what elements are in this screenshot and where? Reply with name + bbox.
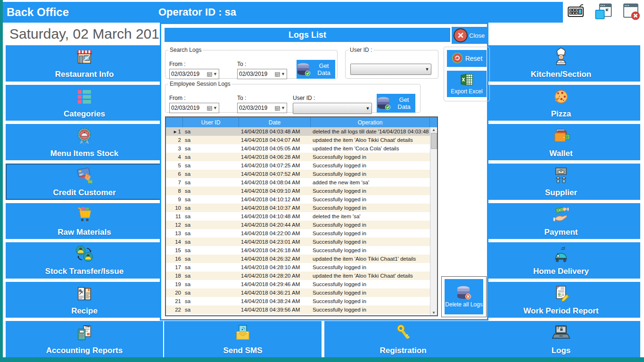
sidebar-item-credit-customer[interactable]: Credit Customer <box>6 164 163 200</box>
table-cell: 14/04/2018 04:4 <box>239 314 311 315</box>
search-from-date-input[interactable]: 02/03/2019 ▼ <box>169 69 219 79</box>
table-cell: 6 <box>166 170 183 178</box>
table-row[interactable]: 22sa14/04/2018 04:39:56 AMSuccessfully l… <box>166 305 430 314</box>
table-row[interactable]: 23sa14/04/2018 04:4Successfully logged i… <box>166 314 430 315</box>
bottom-item-registration[interactable]: Registration <box>324 321 482 357</box>
sidebar-item-pizza[interactable]: Pizza <box>482 85 640 121</box>
sidebar-item-kitchen-section[interactable]: Kitchen/Section <box>482 45 640 82</box>
sidebar-item-raw-materials[interactable]: Raw Materials <box>6 203 163 239</box>
table-row[interactable]: 12sa14/04/2018 04:20:44 AMSuccessfully l… <box>166 221 430 229</box>
sidebar-item-work-period-report[interactable]: Work Period Report <box>482 282 640 318</box>
sidebar-item-label: Wallet <box>549 149 572 158</box>
col-user-id[interactable]: User ID <box>183 117 239 127</box>
sidebar-item-accounting-reports[interactable]: Accounting Reports <box>6 321 163 357</box>
user-id-dropdown[interactable]: ▼ <box>350 64 431 75</box>
search-get-data-button[interactable]: Get Data <box>297 60 335 79</box>
table-row[interactable]: 18sa14/04/2018 04:28:20 AMupdated the it… <box>166 272 430 280</box>
close-window-icon[interactable] <box>619 1 643 23</box>
table-row[interactable]: 7sa14/04/2018 04:08:04 AMadded the new i… <box>166 178 430 187</box>
table-row[interactable]: 14sa14/04/2018 04:23:01 AMSuccessfully l… <box>166 238 430 246</box>
table-cell: 8 <box>166 187 183 195</box>
table-row[interactable]: 6sa14/04/2018 04:07:52 AMSuccessfully lo… <box>166 170 430 178</box>
sidebar-item-supplier[interactable]: Supplier <box>482 164 640 200</box>
table-row[interactable]: 15sa14/04/2018 04:26:18 AMSuccessfully l… <box>166 246 430 255</box>
col-operation[interactable]: Operation <box>311 117 430 127</box>
wallet-icon <box>551 126 571 148</box>
session-from-date-input[interactable]: 02/03/2019 ▼ <box>169 103 219 113</box>
sidebar-item-label: Stock Transfer/Issue <box>45 267 124 276</box>
table-cell: 14/04/2018 04:08:04 AM <box>239 178 311 187</box>
table-cell: deleted the item 'sa' <box>311 212 430 221</box>
table-cell: Successfully logged in <box>311 263 430 272</box>
table-row[interactable]: 16sa14/04/2018 04:26:32 AMupdated the it… <box>166 255 430 263</box>
table-cell: sa <box>183 161 239 170</box>
logs-list-dialog: Logs List ✕ Close Search Logs From : 02/… <box>160 23 488 321</box>
table-cell: sa <box>183 170 239 178</box>
sidebar-item-categories[interactable]: Categories <box>6 85 163 121</box>
table-row[interactable]: 3sa14/04/2018 04:05:05 AMupdated the ite… <box>166 144 430 153</box>
table-row[interactable]: 19sa14/04/2018 04:29:46 AMSuccessfully l… <box>166 280 430 288</box>
table-cell: sa <box>183 305 239 314</box>
pizza-icon <box>551 87 571 108</box>
table-cell: 23 <box>166 314 183 315</box>
sidebar-item-home-delivery[interactable]: Home Delivery <box>482 242 640 279</box>
calendar-icon: ▼ <box>275 106 285 111</box>
reset-button[interactable]: Reset <box>447 50 487 67</box>
table-cell: 5 <box>166 161 183 170</box>
table-row[interactable]: 2sa14/04/2018 04:04:07 AMupdated the ite… <box>166 136 430 144</box>
session-get-data-button[interactable]: Get Data <box>377 94 415 113</box>
table-cell: sa <box>183 136 239 144</box>
scroll-thumb[interactable] <box>431 133 437 149</box>
sidebar-item-payment[interactable]: Payment <box>482 203 640 239</box>
table-cell: sa <box>183 280 239 288</box>
left-sidebar: Restaurant Info Categories Menu Items St… <box>6 45 163 357</box>
sidebar-item-recipe[interactable]: Recipe <box>6 282 163 318</box>
sidebar-item-stock-transfer[interactable]: Stock Transfer/Issue <box>6 242 163 279</box>
table-row[interactable]: 13sa14/04/2018 04:22:00 AMSuccessfully l… <box>166 229 430 238</box>
table-row[interactable]: 17sa14/04/2018 04:28:10 AMSuccessfully l… <box>166 263 430 272</box>
table-cell: 18 <box>166 272 183 280</box>
sidebar-item-menu-items-stock[interactable]: Menu Items Stock <box>6 124 163 160</box>
close-button[interactable]: ✕ Close <box>452 27 487 44</box>
delete-all-logs-box: Delete all Logs <box>441 276 487 317</box>
search-to-date-input[interactable]: 02/03/2019 ▼ <box>237 69 287 79</box>
session-user-id-dropdown[interactable]: ▼ <box>293 103 372 114</box>
table-cell: deleted the all logs till date '14/04/20… <box>311 127 430 136</box>
sidebar-item-label: Home Delivery <box>533 267 589 276</box>
table-row[interactable]: 20sa14/04/2018 04:36:21 AMSuccessfully l… <box>166 288 430 297</box>
table-cell: 14/04/2018 04:07:52 AM <box>239 170 311 178</box>
table-row[interactable]: 5sa14/04/2018 04:07:25 AMSuccessfully lo… <box>166 161 430 170</box>
bottom-item-label: Send SMS <box>223 346 262 355</box>
sidebar-item-restaurant-info[interactable]: Restaurant Info <box>6 45 163 82</box>
table-cell: 2 <box>166 136 183 144</box>
keyboard-icon[interactable] <box>564 1 588 23</box>
table-cell: sa <box>183 263 239 272</box>
right-sidebar: Kitchen/Section Pizza Wallet Supplier Pa… <box>482 45 640 357</box>
table-cell: sa <box>183 272 239 280</box>
table-row[interactable]: 4sa14/04/2018 04:06:28 AMSuccessfully lo… <box>166 153 430 161</box>
scroll-up-icon[interactable]: ▲ <box>432 128 436 132</box>
table-row[interactable]: 9sa14/04/2018 04:10:12 AMSuccessfully lo… <box>166 195 430 204</box>
table-row[interactable]: 8sa14/04/2018 04:09:10 AMSuccessfully lo… <box>166 187 430 195</box>
table-row[interactable]: 10sa14/04/2018 04:10:37 AMSuccessfully l… <box>166 204 430 212</box>
show-window-icon[interactable] <box>591 1 616 23</box>
table-row[interactable]: ▸ 1sa14/04/2018 04:03:48 AMdeleted the a… <box>166 127 430 136</box>
session-to-date-input[interactable]: 02/03/2019 ▼ <box>237 103 287 113</box>
database-icon <box>297 62 312 76</box>
user-id-legend: User ID : <box>348 47 373 53</box>
table-cell: 14/04/2018 04:10:37 AM <box>239 204 311 212</box>
bottom-item-send-sms[interactable]: Send SMS <box>164 321 322 357</box>
session-logs-group: Employee Session Logs From : 02/03/2019 … <box>165 81 421 113</box>
delete-all-logs-button[interactable]: Delete all Logs <box>445 279 483 314</box>
menu-badge-icon <box>74 126 94 148</box>
scroll-down-icon[interactable]: ▼ <box>432 311 436 315</box>
table-cell: 3 <box>166 144 183 153</box>
table-vertical-scrollbar[interactable]: ▲ ▼ <box>430 127 437 315</box>
col-date[interactable]: Date <box>239 117 311 127</box>
sidebar-item-wallet[interactable]: Wallet <box>482 124 640 160</box>
export-excel-button[interactable]: Export Excel <box>447 71 487 97</box>
sidebar-item-label: Menu Items Stock <box>50 149 119 158</box>
table-row[interactable]: 21sa14/04/2018 04:38:24 AMSuccessfully l… <box>166 297 430 305</box>
table-row[interactable]: 11sa14/04/2018 04:10:48 AMdeleted the it… <box>166 212 430 221</box>
sidebar-item-logs[interactable]: Logs <box>482 321 640 357</box>
